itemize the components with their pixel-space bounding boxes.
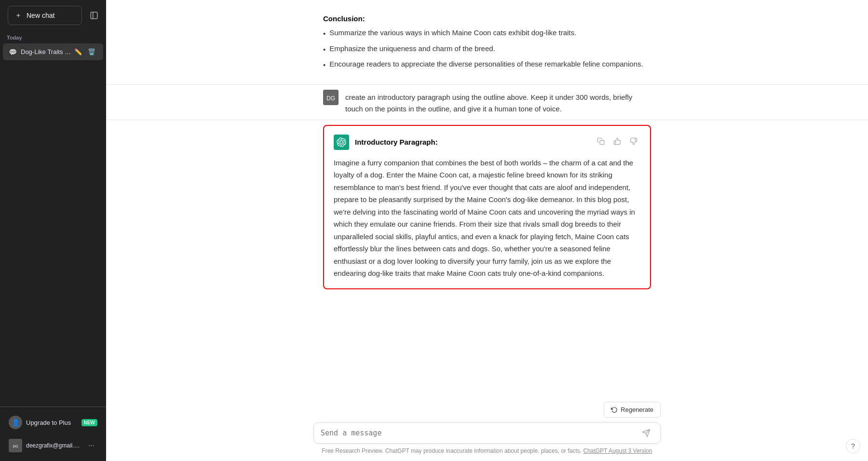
new-badge: NEW bbox=[81, 419, 97, 426]
sidebar-bottom: 👤 Upgrade to Plus NEW DG deezgrafix@gmai… bbox=[0, 407, 106, 461]
chat-bottom: Regenerate Free Research Preview. ChatGP… bbox=[106, 397, 868, 461]
ai-response-actions bbox=[594, 136, 640, 149]
ai-response-body: Imagine a furry companion that combines … bbox=[334, 157, 640, 280]
user-message-block: DG create an introductory paragraph usin… bbox=[313, 85, 661, 120]
svg-text:DG: DG bbox=[326, 95, 335, 102]
send-icon bbox=[642, 429, 651, 437]
ai-response-header: Introductory Paragraph: bbox=[334, 135, 640, 150]
regenerate-button[interactable]: Regenerate bbox=[604, 402, 661, 418]
new-chat-button[interactable]: ＋ New chat bbox=[8, 6, 82, 25]
send-button[interactable] bbox=[639, 428, 653, 438]
sidebar-item-chat-1[interactable]: 💬 Dog-Like Traits of Main ✏️ 🗑️ bbox=[3, 43, 103, 60]
regenerate-icon bbox=[611, 407, 618, 413]
gpt-icon bbox=[334, 135, 349, 150]
user-more-button[interactable]: ··· bbox=[85, 440, 97, 451]
sidebar-toggle-button[interactable] bbox=[86, 7, 102, 24]
copy-button[interactable] bbox=[594, 136, 608, 149]
conclusion-bullet-3: • Encourage readers to appreciate the di… bbox=[323, 59, 651, 71]
conclusion-title: Conclusion: bbox=[323, 14, 651, 23]
conclusion-bullet-1: • Summarize the various ways in which Ma… bbox=[323, 27, 651, 40]
main-area: Conclusion: • Summarize the various ways… bbox=[106, 0, 868, 461]
thumbs-down-icon bbox=[630, 137, 637, 145]
footer-link[interactable]: ChatGPT August 3 Version bbox=[583, 447, 652, 454]
ai-response-title: Introductory Paragraph: bbox=[355, 138, 588, 146]
thumbs-up-icon bbox=[613, 137, 621, 145]
upgrade-label: Upgrade to Plus bbox=[26, 419, 71, 426]
delete-chat-button[interactable]: 🗑️ bbox=[86, 47, 97, 56]
conclusion-bullet-2-text: Emphasize the uniqueness and charm of th… bbox=[329, 43, 495, 54]
chat-input-row bbox=[313, 422, 661, 444]
svg-rect-6 bbox=[600, 140, 604, 145]
conclusion-bullet-3-text: Encourage readers to appreciate the dive… bbox=[329, 59, 643, 70]
footer-main-text: Free Research Preview. ChatGPT may produ… bbox=[322, 447, 582, 454]
chat-input[interactable] bbox=[321, 429, 639, 437]
svg-text:DG: DG bbox=[13, 444, 18, 448]
conclusion-bullet-1-text: Summarize the various ways in which Main… bbox=[329, 27, 576, 39]
sidebar-header: ＋ New chat bbox=[0, 0, 106, 31]
sidebar-icon bbox=[90, 11, 98, 20]
user-message-text: create an introductory paragraph using t… bbox=[345, 90, 651, 115]
thumbs-up-button[interactable] bbox=[610, 136, 624, 149]
footer-text: Free Research Preview. ChatGPT may produ… bbox=[313, 447, 661, 454]
thumbs-down-button[interactable] bbox=[627, 136, 640, 149]
bullet-dot-1: • bbox=[323, 28, 326, 40]
user-row[interactable]: DG deezgrafix@gmail.com ··· bbox=[4, 434, 102, 457]
svg-rect-0 bbox=[91, 12, 97, 19]
chat-item-label: Dog-Like Traits of Main bbox=[21, 48, 72, 55]
help-label: ? bbox=[851, 442, 855, 450]
chat-icon: 💬 bbox=[9, 48, 17, 56]
plus-icon: ＋ bbox=[15, 11, 22, 20]
edit-chat-button[interactable]: ✏️ bbox=[72, 47, 84, 56]
conclusion-bullet-2: • Emphasize the uniqueness and charm of … bbox=[323, 43, 651, 55]
regenerate-label: Regenerate bbox=[621, 406, 653, 413]
ai-response-wrapper: Introductory Paragraph: bbox=[313, 120, 661, 294]
upgrade-icon: 👤 bbox=[9, 416, 22, 429]
sidebar: ＋ New chat Today 💬 Dog-Like Traits of Ma… bbox=[0, 0, 106, 461]
new-chat-label: New chat bbox=[27, 12, 54, 19]
copy-icon bbox=[597, 137, 605, 145]
user-message-avatar: DG bbox=[323, 90, 339, 105]
bullet-dot-3: • bbox=[323, 60, 326, 71]
help-button[interactable]: ? bbox=[846, 439, 860, 453]
conclusion-block: Conclusion: • Summarize the various ways… bbox=[313, 10, 661, 84]
upgrade-row[interactable]: 👤 Upgrade to Plus NEW bbox=[4, 411, 102, 434]
user-avatar: DG bbox=[9, 439, 22, 452]
chat-item-actions: ✏️ 🗑️ bbox=[72, 47, 97, 56]
chat-messages: Conclusion: • Summarize the various ways… bbox=[106, 0, 868, 397]
user-email: deezgrafix@gmail.com bbox=[26, 442, 81, 449]
regenerate-row: Regenerate bbox=[313, 402, 661, 418]
ai-response-box: Introductory Paragraph: bbox=[323, 125, 651, 289]
gpt-logo-svg bbox=[337, 137, 346, 147]
today-label: Today bbox=[0, 31, 106, 42]
bullet-dot-2: • bbox=[323, 44, 326, 55]
